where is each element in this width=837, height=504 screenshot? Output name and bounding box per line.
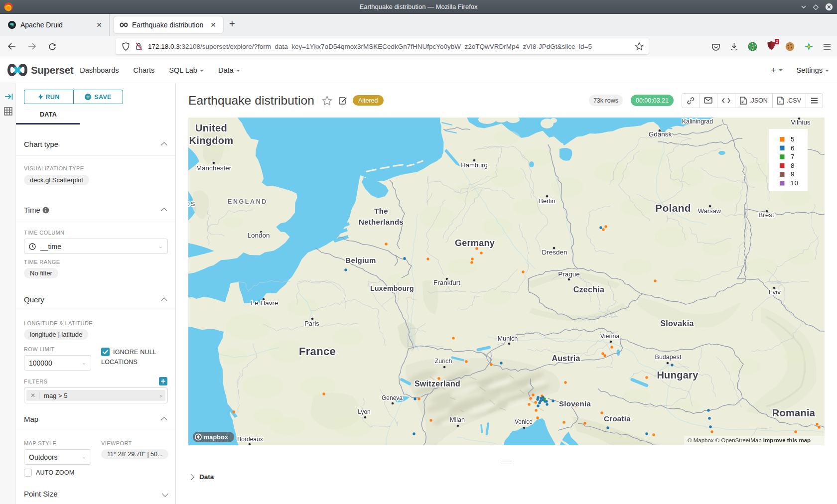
svg-text:London: London <box>247 232 270 239</box>
svg-text:Netherlands: Netherlands <box>359 218 404 226</box>
svg-text:Budapest: Budapest <box>655 354 682 361</box>
svg-text:Hungary: Hungary <box>657 370 698 380</box>
svg-text:Switzerland: Switzerland <box>415 379 460 388</box>
svg-text:10: 10 <box>791 179 798 187</box>
svg-text:Prague: Prague <box>558 270 580 278</box>
svg-text:Poland: Poland <box>655 202 691 214</box>
svg-text:Hamburg: Hamburg <box>461 161 487 169</box>
svg-text:ES: ES <box>188 201 197 208</box>
svg-text:Brest: Brest <box>758 211 774 219</box>
svg-text:Geneva: Geneva <box>382 394 403 401</box>
svg-text:Vilnius: Vilnius <box>791 119 811 126</box>
svg-text:Lviv: Lviv <box>769 288 781 296</box>
svg-text:x: x <box>779 100 781 103</box>
svg-text:Germany: Germany <box>455 238 495 248</box>
svg-text:Berlin: Berlin <box>539 197 555 205</box>
svg-text:Frankfurt: Frankfurt <box>433 279 460 286</box>
svg-text:9: 9 <box>791 170 795 178</box>
svg-text:Zurich: Zurich <box>435 358 452 365</box>
svg-text:Lyon: Lyon <box>358 408 371 415</box>
svg-text:Vienna: Vienna <box>600 333 620 340</box>
svg-text:Romania: Romania <box>772 407 816 418</box>
svg-text:Croatia: Croatia <box>604 414 631 423</box>
svg-text:Le Havre: Le Havre <box>251 299 279 307</box>
svg-text:Austria: Austria <box>552 354 580 363</box>
svg-text:mapbox: mapbox <box>204 434 228 441</box>
svg-text:Milan: Milan <box>450 416 465 423</box>
svg-text:Belgium: Belgium <box>345 256 376 264</box>
svg-text:Warsaw: Warsaw <box>698 207 721 215</box>
svg-text:Kaliningrad: Kaliningrad <box>682 118 713 125</box>
svg-text:7: 7 <box>791 153 795 160</box>
svg-text:Paris: Paris <box>304 320 319 327</box>
svg-text:5: 5 <box>791 135 795 143</box>
svg-text:Kingdom: Kingdom <box>189 135 234 146</box>
svg-text:Czechia: Czechia <box>573 285 605 294</box>
svg-text:France: France <box>299 345 336 358</box>
svg-text:Luxembourg: Luxembourg <box>370 284 414 292</box>
svg-text:Slovenia: Slovenia <box>559 399 591 408</box>
svg-text:United: United <box>195 123 227 133</box>
svg-text:The: The <box>374 207 388 215</box>
svg-text:6: 6 <box>791 144 795 152</box>
svg-text:© Mapbox © OpenStreetMap Impro: © Mapbox © OpenStreetMap Improve this ma… <box>688 437 811 443</box>
svg-text:Manchester: Manchester <box>196 164 232 172</box>
svg-text:Munich: Munich <box>498 335 518 342</box>
svg-text:Slovakia: Slovakia <box>660 319 694 328</box>
svg-text:ENGLAND: ENGLAND <box>228 198 268 205</box>
svg-text:Venice: Venice <box>515 418 533 425</box>
svg-text:Dresden: Dresden <box>542 249 567 256</box>
svg-text:8: 8 <box>791 162 795 169</box>
svg-text:Gdansk: Gdansk <box>649 130 672 138</box>
svg-text:Bordeaux: Bordeaux <box>237 436 263 443</box>
